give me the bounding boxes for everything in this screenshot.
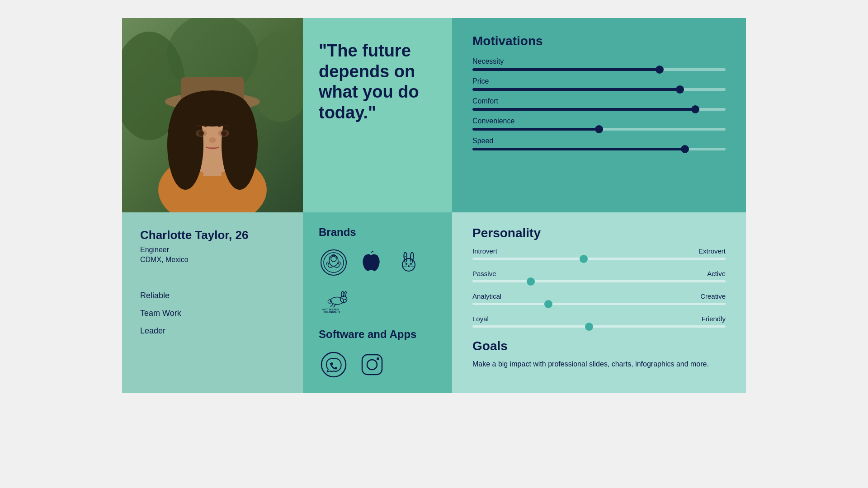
motivation-slider-track bbox=[472, 128, 726, 131]
goals-text: Make a big impact with professional slid… bbox=[472, 359, 726, 370]
motivation-slider-track bbox=[472, 88, 726, 91]
motivation-slider-fill bbox=[472, 148, 685, 150]
personality-list: Introvert Extrovert Passive Active Analy… bbox=[472, 247, 726, 328]
motivation-label: Price bbox=[472, 77, 726, 85]
brands-title: Brands bbox=[319, 226, 436, 239]
personality-label-left: Passive bbox=[472, 270, 496, 277]
personality-slider-track bbox=[472, 303, 726, 305]
svg-point-41 bbox=[377, 357, 379, 360]
instagram-icon bbox=[357, 350, 387, 379]
profile-job: Engineer bbox=[140, 246, 285, 254]
svg-point-16 bbox=[198, 131, 204, 136]
traits-list: ReliableTeam WorkLeader bbox=[140, 291, 285, 336]
svg-point-37 bbox=[344, 298, 346, 300]
motivation-label: Speed bbox=[472, 137, 726, 145]
brands-section: Brands ★ ★ bbox=[303, 212, 452, 393]
personality-labels: Passive Active bbox=[472, 270, 726, 277]
motivation-slider-fill bbox=[472, 88, 680, 91]
personality-title: Personality bbox=[472, 226, 726, 240]
personality-labels: Analytical Creative bbox=[472, 292, 726, 300]
motivation-row: Comfort bbox=[472, 97, 726, 111]
personality-slider-thumb bbox=[544, 300, 552, 308]
trait-item: Team Work bbox=[140, 309, 285, 318]
apple-icon bbox=[356, 248, 386, 277]
motivation-slider-thumb bbox=[681, 145, 689, 153]
svg-point-40 bbox=[367, 360, 377, 370]
motivation-slider-thumb bbox=[691, 105, 699, 113]
svg-point-26 bbox=[402, 258, 415, 271]
apps-title: Software and Apps bbox=[319, 328, 436, 341]
motivation-label: Necessity bbox=[472, 57, 726, 66]
app-icons bbox=[319, 350, 436, 379]
svg-point-19 bbox=[211, 159, 214, 162]
svg-point-32 bbox=[330, 297, 344, 304]
profile-name: Charlotte Taylor, 26 bbox=[140, 228, 285, 242]
motivation-row: Convenience bbox=[472, 117, 726, 131]
cruelty-free-icon bbox=[394, 248, 423, 277]
motivation-slider-thumb bbox=[656, 66, 664, 74]
svg-point-38 bbox=[321, 352, 346, 377]
motivations-title: Motivations bbox=[472, 34, 726, 48]
personality-label-right: Friendly bbox=[702, 315, 726, 323]
motivation-slider-track bbox=[472, 108, 726, 111]
personality-label-left: Loyal bbox=[472, 315, 489, 323]
personality-slider-thumb bbox=[585, 323, 593, 331]
personality-row: Passive Active bbox=[472, 270, 726, 282]
personality-row: Loyal Friendly bbox=[472, 315, 726, 328]
personality-label-right: Active bbox=[707, 270, 726, 277]
goals-section: Goals Make a big impact with professiona… bbox=[472, 339, 726, 370]
svg-point-13 bbox=[176, 90, 249, 127]
personality-slider-thumb bbox=[527, 277, 535, 286]
svg-text:★: ★ bbox=[335, 256, 338, 258]
quote-section: "The future depends on what you do today… bbox=[303, 18, 452, 212]
personality-slider-thumb bbox=[580, 255, 588, 263]
motivation-row: Price bbox=[472, 77, 726, 91]
personality-label-left: Analytical bbox=[472, 292, 501, 300]
profile-section: Charlotte Taylor, 26 Engineer CDMX, Mexi… bbox=[122, 212, 303, 393]
motivation-label: Convenience bbox=[472, 117, 726, 125]
quote-text: "The future depends on what you do today… bbox=[319, 41, 436, 123]
motivation-slider-thumb bbox=[676, 85, 684, 94]
profile-photo bbox=[122, 18, 303, 212]
not-tested-icon: NOT TESTED ON ANIMALS bbox=[319, 285, 348, 314]
personality-row: Introvert Extrovert bbox=[472, 247, 726, 260]
motivation-slider-fill bbox=[472, 68, 660, 71]
svg-point-18 bbox=[209, 137, 216, 143]
svg-text:NOT TESTED: NOT TESTED bbox=[322, 308, 339, 310]
personality-section: Personality Introvert Extrovert Passive … bbox=[452, 212, 746, 393]
svg-point-34 bbox=[328, 300, 331, 303]
motivations-list: Necessity Price Comfort Convenience bbox=[472, 57, 726, 150]
svg-point-29 bbox=[408, 265, 410, 267]
trait-item: Leader bbox=[140, 326, 285, 336]
personality-labels: Loyal Friendly bbox=[472, 315, 726, 323]
motivation-label: Comfort bbox=[472, 97, 726, 105]
starbucks-icon: ★ ★ bbox=[319, 248, 348, 277]
trait-item: Reliable bbox=[140, 291, 285, 300]
whatsapp-icon bbox=[319, 350, 348, 379]
svg-text:★: ★ bbox=[329, 256, 331, 258]
motivation-row: Speed bbox=[472, 137, 726, 150]
motivation-slider-fill bbox=[472, 128, 599, 131]
personality-slider-track bbox=[472, 325, 726, 328]
brand-icons: ★ ★ bbox=[319, 248, 436, 314]
goals-title: Goals bbox=[472, 339, 726, 353]
motivation-slider-fill bbox=[472, 108, 695, 111]
motivations-section: Motivations Necessity Price Comfort Conv… bbox=[452, 18, 746, 212]
personality-label-left: Introvert bbox=[472, 247, 497, 255]
personality-label-right: Creative bbox=[700, 292, 726, 300]
svg-point-20 bbox=[321, 250, 346, 275]
personality-labels: Introvert Extrovert bbox=[472, 247, 726, 255]
svg-text:ON ANIMALS: ON ANIMALS bbox=[324, 311, 340, 314]
personality-row: Analytical Creative bbox=[472, 292, 726, 305]
motivation-slider-track bbox=[472, 68, 726, 71]
svg-point-28 bbox=[410, 263, 412, 265]
motivation-slider-thumb bbox=[595, 125, 603, 133]
motivation-slider-track bbox=[472, 148, 726, 150]
personality-slider-track bbox=[472, 258, 726, 260]
profile-location: CDMX, Mexico bbox=[140, 256, 285, 264]
motivation-row: Necessity bbox=[472, 57, 726, 71]
personality-label-right: Extrovert bbox=[698, 247, 726, 255]
svg-rect-39 bbox=[362, 355, 382, 375]
svg-point-17 bbox=[221, 131, 226, 136]
svg-point-27 bbox=[406, 263, 407, 265]
